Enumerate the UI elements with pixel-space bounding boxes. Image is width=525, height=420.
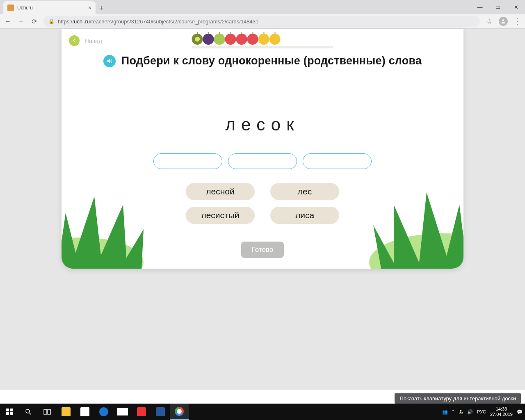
window-titlebar: Uchi.ru × + — ▭ ✕	[0, 0, 525, 14]
svg-rect-10	[48, 409, 50, 414]
browser-toolbar: ← → ⟳ 🔒 https://uchi.ru/teachers/groups/…	[0, 14, 525, 29]
mail-icon	[117, 408, 128, 415]
taskbar-app-store[interactable]	[75, 404, 94, 420]
maximize-button[interactable]: ▭	[489, 4, 507, 10]
tray-network-icon[interactable]: 🖧	[459, 409, 463, 414]
tray-chevron-up-icon[interactable]: ˄	[452, 409, 454, 415]
start-button[interactable]	[0, 404, 19, 420]
option-button[interactable]: лесистый	[186, 207, 255, 224]
svg-point-7	[26, 409, 30, 413]
drop-slot[interactable]	[153, 153, 222, 169]
option-button[interactable]: лесной	[186, 183, 255, 200]
svg-rect-5	[6, 412, 9, 415]
option-button[interactable]: лес	[270, 183, 339, 200]
profile-avatar-icon[interactable]	[499, 17, 508, 26]
new-tab-button[interactable]: +	[96, 4, 107, 14]
edge-icon	[99, 407, 108, 416]
taskbar-app-edge[interactable]	[94, 404, 113, 420]
svg-rect-4	[10, 409, 13, 411]
lock-icon: 🔒	[48, 18, 55, 24]
drop-slot[interactable]	[228, 153, 297, 169]
tab-title: Uchi.ru	[17, 5, 85, 11]
address-bar[interactable]: 🔒 https://uchi.ru/teachers/groups/312674…	[43, 16, 480, 27]
taskbar-app-file-explorer[interactable]	[57, 404, 75, 420]
folder-icon	[62, 407, 71, 416]
progress-track	[192, 46, 333, 48]
bookmark-star-icon[interactable]: ☆	[486, 18, 493, 25]
search-button[interactable]	[19, 404, 38, 420]
kebab-menu-icon[interactable]: ⋮	[514, 17, 521, 26]
yandex-icon	[137, 407, 146, 416]
windows-taskbar: 👥 ˄ 🖧 🔊 РУС 14:33 27.04.2019 💬	[0, 404, 525, 420]
progress-indicator	[192, 33, 333, 48]
submit-button[interactable]: Готово	[241, 242, 284, 258]
progress-plum-icon	[203, 34, 214, 45]
instruction-row: Подбери к слову однокоренные (родственны…	[62, 55, 463, 67]
progress-apple-icon	[225, 34, 236, 45]
close-window-button[interactable]: ✕	[507, 4, 525, 10]
progress-orange-icon	[258, 34, 269, 45]
taskbar-app-mail[interactable]	[113, 404, 132, 420]
svg-rect-6	[10, 412, 13, 415]
system-tray: 👥 ˄ 🖧 🔊 РУС 14:33 27.04.2019 💬	[442, 406, 525, 417]
taskbar-app-chrome[interactable]	[170, 404, 189, 420]
nav-forward-icon: →	[17, 18, 25, 25]
progress-kiwi-icon	[192, 34, 203, 45]
url-text: https://uchi.ru/teachers/groups/3126740/…	[58, 18, 258, 25]
back-link[interactable]: Назад	[69, 35, 102, 46]
tray-language[interactable]: РУС	[477, 409, 486, 414]
nav-back-icon[interactable]: ←	[4, 18, 11, 25]
back-label: Назад	[84, 37, 102, 44]
svg-rect-3	[6, 409, 9, 411]
keyboard-tooltip: Показать клавиатуру для интерактивной до…	[395, 393, 521, 404]
svg-rect-9	[44, 409, 47, 414]
instruction-text: Подбери к слову однокоренные (родственны…	[121, 55, 422, 67]
progress-pear-icon	[214, 34, 225, 45]
drop-slot[interactable]	[303, 153, 372, 169]
grass-left-decoration	[62, 180, 160, 269]
word-icon	[156, 407, 165, 416]
taskbar-app-yandex[interactable]	[132, 404, 151, 420]
tray-volume-icon[interactable]: 🔊	[467, 409, 473, 415]
page-viewport: Назад Подбери к слову однокоренные (родс…	[0, 29, 525, 390]
progress-apple-icon	[236, 34, 247, 45]
tray-people-icon[interactable]: 👥	[442, 409, 448, 415]
target-word: лесок	[62, 115, 463, 135]
favicon-icon	[7, 5, 14, 11]
svg-point-0	[502, 19, 504, 21]
reload-icon[interactable]: ⟳	[30, 18, 38, 25]
tray-notifications-icon[interactable]: 💬	[517, 409, 523, 415]
exercise-card: Назад Подбери к слову однокоренные (родс…	[62, 29, 463, 269]
grass-right-decoration	[336, 180, 463, 269]
progress-orange-icon	[269, 34, 281, 45]
play-audio-button[interactable]	[103, 55, 116, 67]
task-view-button[interactable]	[38, 404, 57, 420]
store-icon	[80, 407, 89, 416]
minimize-button[interactable]: —	[471, 4, 489, 10]
progress-apple-icon	[247, 34, 258, 45]
option-button[interactable]: лиса	[270, 207, 339, 224]
taskbar-app-word[interactable]	[151, 404, 170, 420]
window-controls: — ▭ ✕	[471, 0, 525, 14]
browser-tab[interactable]: Uchi.ru ×	[3, 1, 96, 14]
close-tab-icon[interactable]: ×	[88, 5, 91, 11]
chrome-icon	[175, 407, 184, 416]
tray-clock[interactable]: 14:33 27.04.2019	[490, 406, 513, 417]
drop-slots	[62, 153, 463, 169]
svg-line-8	[29, 413, 31, 415]
back-arrow-icon	[69, 35, 80, 46]
